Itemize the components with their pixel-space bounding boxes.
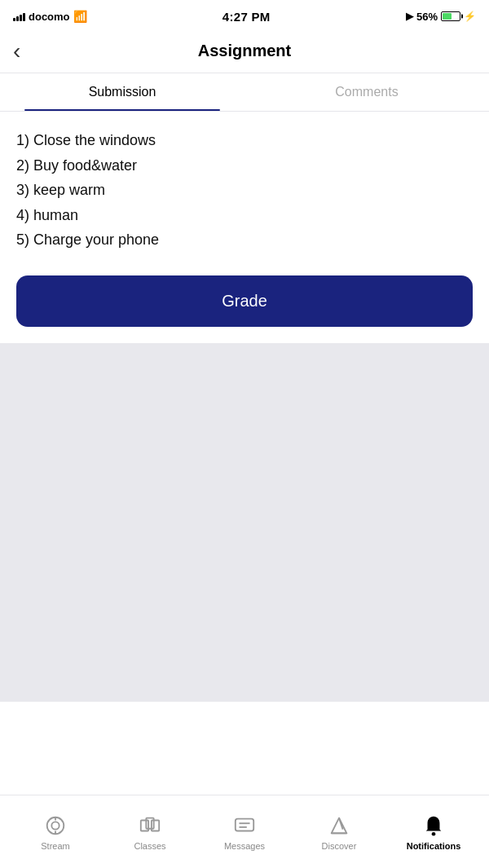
nav-stream[interactable]: Stream	[8, 813, 103, 851]
assignment-list: 1) Close the windows 2) Buy food&water 3…	[16, 128, 473, 253]
gray-background	[0, 343, 489, 702]
notifications-label: Notifications	[407, 841, 461, 851]
battery-percent: 56%	[416, 11, 438, 23]
discover-icon	[327, 813, 351, 838]
svg-rect-7	[236, 818, 253, 831]
nav-messages[interactable]: Messages	[197, 813, 292, 851]
status-bar: docomo 📶 4:27 PM ▶ 56% ⚡	[0, 0, 489, 29]
time-label: 4:27 PM	[222, 10, 271, 24]
classes-label: Classes	[134, 841, 165, 851]
list-item: 5) Charge your phone	[16, 227, 473, 253]
list-item: 3) keep warm	[16, 178, 473, 203]
list-item: 4) human	[16, 203, 473, 228]
discover-label: Discover	[322, 841, 357, 851]
nav-classes[interactable]: Classes	[103, 813, 197, 851]
svg-point-13	[432, 831, 436, 835]
tab-submission[interactable]: Submission	[0, 73, 244, 111]
charging-icon: ⚡	[464, 11, 476, 22]
carrier-label: docomo	[29, 11, 70, 23]
nav-discover[interactable]: Discover	[292, 813, 386, 851]
bottom-nav: Stream Classes Messages	[0, 795, 489, 868]
wifi-icon: 📶	[73, 10, 87, 23]
classes-icon	[138, 813, 162, 838]
tab-bar: Submission Comments	[0, 73, 489, 112]
location-icon: ▶	[406, 11, 413, 22]
nav-notifications[interactable]: Notifications	[386, 813, 481, 851]
back-button[interactable]: ‹	[13, 40, 20, 63]
status-left: docomo 📶	[13, 10, 87, 23]
list-item: 1) Close the windows	[16, 128, 473, 153]
stream-icon	[43, 813, 68, 838]
tab-comments[interactable]: Comments	[244, 73, 489, 111]
messages-icon	[232, 813, 257, 838]
page-header: ‹ Assignment	[0, 29, 489, 73]
battery-icon	[441, 11, 460, 21]
notifications-icon	[421, 813, 446, 838]
stream-label: Stream	[41, 841, 69, 851]
page-title: Assignment	[198, 42, 291, 60]
messages-label: Messages	[224, 841, 265, 851]
content-area: 1) Close the windows 2) Buy food&water 3…	[0, 112, 489, 343]
status-right: ▶ 56% ⚡	[406, 11, 476, 23]
svg-point-1	[51, 822, 59, 829]
grade-button[interactable]: Grade	[16, 275, 473, 327]
signal-icon	[13, 11, 25, 21]
list-item: 2) Buy food&water	[16, 153, 473, 178]
